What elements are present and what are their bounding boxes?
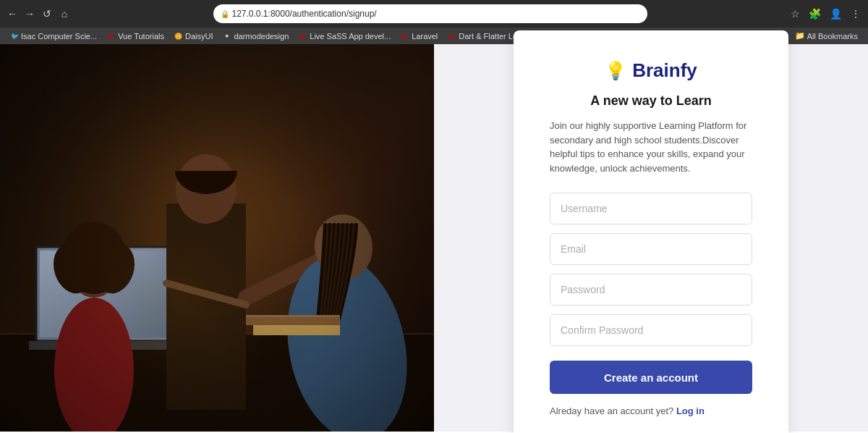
address-bar[interactable]: 🔒 127.0.0.1:8000/authentication/signup/ (213, 4, 647, 23)
form-panel: 💡 Brainfy A new way to Learn Join our hi… (434, 44, 868, 432)
bookmark-darmode-icon: ✦ (223, 32, 231, 41)
bookmark-daisy-label: DaisyUI (185, 32, 213, 41)
bookmark-sass-icon: ▶ (299, 32, 307, 41)
menu-button[interactable]: ⋮ (849, 7, 862, 21)
tagline: A new way to Learn (550, 93, 752, 109)
url-text: 127.0.0.1:8000/authentication/signup/ (232, 9, 377, 19)
bookmark-daisy-icon: 🌼 (174, 32, 183, 41)
extensions-button[interactable]: 🧩 (807, 7, 822, 21)
bookmark-sass-label: Live SaSS App devel... (310, 32, 391, 41)
bookmark-twitter[interactable]: 🐦 Isac Computer Scie... (6, 30, 101, 42)
login-link[interactable]: Log in (676, 405, 705, 416)
bookmark-laravel[interactable]: ▶ Laravel (396, 30, 442, 42)
bookmark-laravel-label: Laravel (412, 32, 438, 41)
brand-name: Brainfy (632, 59, 697, 82)
bookmark-twitter-icon: 🐦 (10, 32, 19, 41)
login-prompt: Alreday have an account yet? Log in (550, 405, 752, 416)
folder-icon: 📁 (795, 31, 805, 41)
bookmark-laravel-icon: ▶ (401, 32, 409, 41)
create-account-button[interactable]: Create an account (550, 361, 752, 394)
browser-actions: ☆ 🧩 👤 ⋮ (789, 7, 862, 21)
back-button[interactable]: ← (6, 7, 19, 20)
bookmark-vue-label: Vue Tutorials (118, 32, 164, 41)
bookmark-darmode[interactable]: ✦ darmodedesign (218, 30, 293, 42)
brand-icon: 💡 (605, 61, 626, 81)
brand: 💡 Brainfy (550, 59, 752, 82)
browser-toolbar: ← → ↺ ⌂ 🔒 127.0.0.1:8000/authentication/… (0, 0, 868, 28)
bookmark-dart-icon: ▶ (448, 32, 456, 41)
bookmark-daisy[interactable]: 🌼 DaisyUI (170, 30, 218, 42)
bookmarks-right: » 📁 All Bookmarks (783, 30, 862, 42)
scene-canvas (0, 44, 434, 432)
form-card: 💡 Brainfy A new way to Learn Join our hi… (514, 30, 788, 433)
photo-panel (0, 44, 434, 432)
all-bookmarks-button[interactable]: 📁 All Bookmarks (791, 30, 862, 42)
bookmark-vue-icon: ▶ (107, 32, 116, 41)
bookmark-twitter-label: Isac Computer Scie... (21, 32, 97, 41)
username-input[interactable] (550, 193, 752, 224)
bookmark-darmode-label: darmodedesign (234, 32, 289, 41)
home-button[interactable]: ⌂ (58, 7, 71, 20)
profile-button[interactable]: 👤 (828, 7, 843, 21)
forward-button[interactable]: → (23, 7, 36, 20)
password-input[interactable] (550, 274, 752, 306)
email-input[interactable] (550, 233, 752, 265)
bookmark-vue[interactable]: ▶ Vue Tutorials (103, 30, 169, 42)
login-prompt-text: Alreday have an account yet? (550, 405, 673, 416)
star-button[interactable]: ☆ (789, 7, 801, 21)
all-bookmarks-label: All Bookmarks (807, 32, 858, 41)
description: Join our highly supportive Learning Plat… (550, 119, 752, 175)
lock-icon: 🔒 (221, 10, 229, 18)
bookmark-sass[interactable]: ▶ Live SaSS App devel... (294, 30, 395, 42)
main-content: 💡 Brainfy A new way to Learn Join our hi… (0, 44, 868, 432)
confirm-password-input[interactable] (550, 314, 752, 346)
refresh-button[interactable]: ↺ (41, 7, 54, 20)
